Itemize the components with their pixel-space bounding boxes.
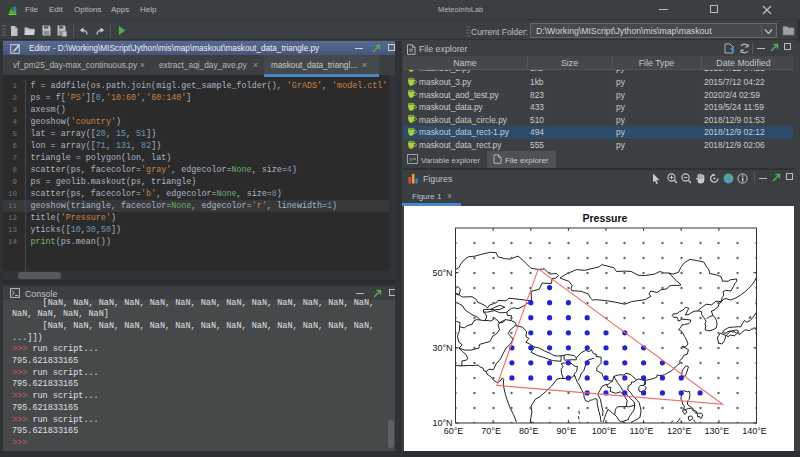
svg-text:120°E: 120°E [667, 426, 692, 436]
svg-text:x=: x= [409, 156, 417, 163]
svg-text:80°E: 80°E [519, 426, 539, 436]
svg-text:110°E: 110°E [630, 426, 654, 436]
svg-text:70°E: 70°E [481, 426, 501, 436]
svg-text:90°E: 90°E [557, 426, 577, 436]
svg-text:Pressure: Pressure [583, 212, 628, 224]
svg-text:100°E: 100°E [592, 426, 617, 436]
svg-text:130°E: 130°E [705, 426, 730, 436]
svg-text:50°N: 50°N [432, 268, 452, 278]
svg-text:30°N: 30°N [432, 343, 452, 353]
svg-text:10°N: 10°N [432, 418, 452, 428]
svg-text:140°E: 140°E [742, 426, 767, 436]
